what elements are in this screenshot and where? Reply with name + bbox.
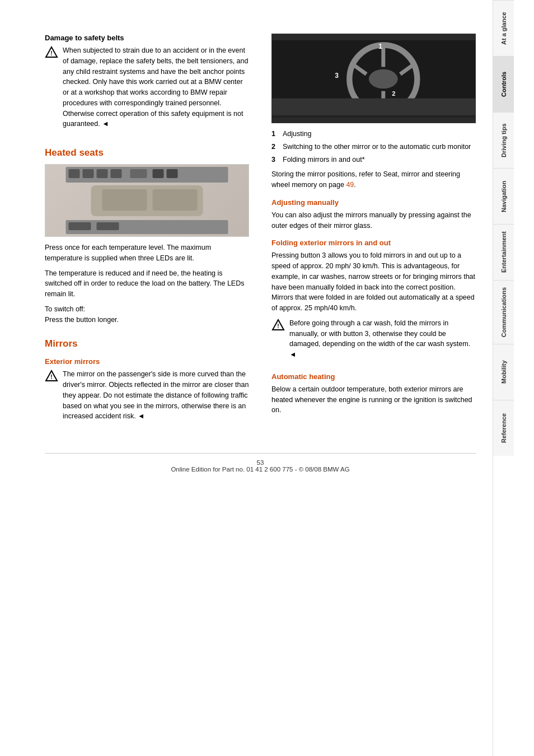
warning-triangle-icon-2: ! bbox=[45, 370, 58, 383]
damage-section: Damage to safety belts ! When subjected … bbox=[45, 34, 249, 134]
exterior-mirrors-heading: Exterior mirrors bbox=[45, 357, 249, 366]
automatic-heating-text: Below a certain outdoor temperature, bot… bbox=[271, 384, 476, 416]
mirror-controls-list: 1 Adjusting 2 Switching to the other mir… bbox=[271, 129, 476, 165]
mirrors-heading: Mirrors bbox=[45, 338, 249, 349]
svg-rect-12 bbox=[97, 222, 119, 230]
svg-text:!: ! bbox=[50, 374, 52, 380]
svg-rect-28 bbox=[272, 99, 475, 118]
right-sidebar: At a glance Controls Driving tips Naviga… bbox=[493, 0, 514, 756]
main-content: Damage to safety belts ! When subjected … bbox=[0, 0, 493, 756]
svg-rect-6 bbox=[111, 169, 122, 178]
sidebar-tab-entertainment[interactable]: Entertainment bbox=[493, 224, 514, 280]
automatic-heating-heading: Automatic heating bbox=[271, 372, 476, 381]
seat-mockup bbox=[45, 165, 249, 236]
svg-text:1: 1 bbox=[378, 43, 382, 50]
folding-exterior-heading: Folding exterior mirrors in and out bbox=[271, 239, 476, 247]
sidebar-tab-at-a-glance[interactable]: At a glance bbox=[493, 0, 514, 56]
mirrors-section: Mirrors Exterior mirrors ! The mirror on… bbox=[45, 338, 249, 426]
heated-seats-desc1: Press once for each temperature level. T… bbox=[45, 242, 249, 264]
storing-text: Storing the mirror positions, refer to S… bbox=[271, 169, 476, 190]
svg-rect-7 bbox=[130, 169, 147, 178]
automatic-heating-section: Automatic heating Below a certain outdoo… bbox=[271, 372, 476, 416]
heated-seats-desc2: The temperature is reduced and if need b… bbox=[45, 268, 249, 300]
left-column: Damage to safety belts ! When subjected … bbox=[45, 34, 249, 431]
svg-rect-11 bbox=[69, 222, 91, 230]
list-item-1: 1 Adjusting bbox=[271, 129, 476, 139]
switch-off-label: To switch off: Press the button longer. bbox=[45, 304, 249, 325]
folding-warning-block: ! Before going through a car wash, fold … bbox=[271, 318, 476, 365]
svg-text:2: 2 bbox=[392, 90, 395, 97]
svg-text:!: ! bbox=[50, 50, 52, 57]
list-item-3: 3 Folding mirrors in and out* bbox=[271, 155, 476, 165]
svg-rect-3 bbox=[69, 169, 80, 178]
page-footer: 53 Online Edition for Part no. 01 41 2 6… bbox=[45, 453, 476, 473]
svg-rect-8 bbox=[153, 169, 164, 178]
warning-triangle-icon-3: ! bbox=[271, 319, 285, 332]
list-item-2: 2 Switching to the other mirror or to th… bbox=[271, 142, 476, 152]
steering-wheel-image: 1 3 2 bbox=[271, 34, 476, 123]
svg-rect-15 bbox=[153, 189, 198, 211]
sidebar-tab-driving-tips[interactable]: Driving tips bbox=[493, 112, 514, 168]
damage-warning-text: When subjected to strain due to an accid… bbox=[63, 45, 249, 129]
folding-exterior-section: Folding exterior mirrors in and out Pres… bbox=[271, 239, 476, 365]
svg-rect-9 bbox=[167, 169, 178, 178]
folding-warning-text: Before going through a car wash, fold th… bbox=[289, 318, 476, 360]
svg-rect-14 bbox=[102, 189, 147, 211]
svg-text:3: 3 bbox=[335, 72, 339, 80]
svg-rect-4 bbox=[83, 169, 94, 178]
right-column: 1 3 2 1 Adjusting 2 bbox=[271, 34, 476, 431]
sidebar-tab-communications[interactable]: Communications bbox=[493, 280, 514, 344]
svg-rect-29 bbox=[272, 115, 475, 118]
sidebar-tab-mobility[interactable]: Mobility bbox=[493, 344, 514, 400]
sidebar-tab-reference[interactable]: Reference bbox=[493, 400, 514, 456]
adjusting-manually-section: Adjusting manually You can also adjust t… bbox=[271, 198, 476, 231]
svg-point-24 bbox=[369, 69, 398, 89]
exterior-warning-text: The mirror on the passenger's side is mo… bbox=[63, 369, 249, 422]
copyright-text: Online Edition for Part no. 01 41 2 600 … bbox=[45, 466, 476, 473]
sidebar-tab-navigation[interactable]: Navigation bbox=[493, 168, 514, 224]
adjusting-manually-heading: Adjusting manually bbox=[271, 198, 476, 207]
exterior-warning-block: ! The mirror on the passenger's side is … bbox=[45, 369, 249, 426]
heated-seats-section: Heated seats bbox=[45, 147, 249, 325]
page-number: 53 bbox=[45, 459, 476, 466]
seat-svg bbox=[45, 164, 249, 237]
sidebar-tab-controls[interactable]: Controls bbox=[493, 56, 514, 112]
adjusting-manually-text: You can also adjust the mirrors manually… bbox=[271, 210, 476, 231]
damage-warning-block: ! When subjected to strain due to an acc… bbox=[45, 45, 249, 134]
svg-text:!: ! bbox=[277, 323, 279, 329]
folding-exterior-text: Pressing button 3 allows you to fold mir… bbox=[271, 250, 476, 314]
storing-page-link[interactable]: 49 bbox=[346, 181, 354, 189]
damage-heading: Damage to safety belts bbox=[45, 34, 249, 42]
heated-seats-image bbox=[45, 164, 249, 237]
warning-triangle-icon: ! bbox=[45, 46, 58, 59]
svg-rect-5 bbox=[97, 169, 108, 178]
steering-svg: 1 3 2 bbox=[272, 34, 475, 123]
heated-seats-heading: Heated seats bbox=[45, 147, 249, 158]
